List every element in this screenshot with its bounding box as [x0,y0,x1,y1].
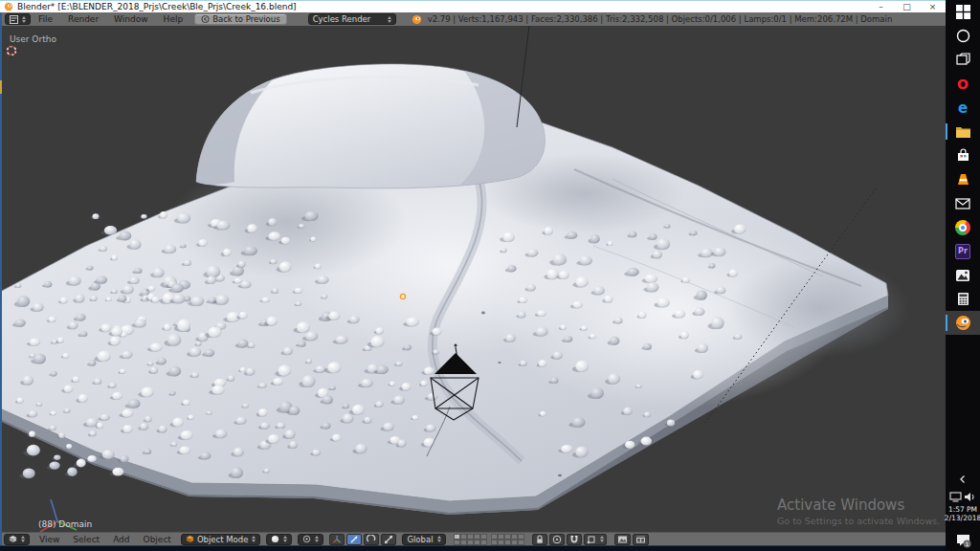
manipulator-toggle-button[interactable] [329,534,345,545]
proportional-circle-icon [552,535,562,544]
menu-select[interactable]: Select [66,535,106,544]
search-icon [956,29,970,43]
action-center-icon: 1 [955,532,971,548]
translate-manipulator-button[interactable] [346,534,362,545]
snap-magnet-icon [569,535,579,544]
object-name-label: (88) Domain [38,519,92,529]
mode-select[interactable]: Object Mode [181,534,261,545]
snap-element-select[interactable] [584,534,607,545]
layer-cell[interactable] [504,540,511,545]
taskbar-item-edge[interactable]: e [946,96,980,120]
scene-lock-button[interactable] [532,534,547,545]
back-to-previous-button[interactable]: Back to Previous [194,13,287,25]
layers-widget[interactable] [454,534,524,545]
cursor-3d[interactable] [4,43,19,58]
clock-date: 2/13/2018 [945,514,980,522]
render-animation-icon [635,535,646,544]
view-label: User Ortho [10,34,56,44]
shading-sphere-icon [271,535,279,543]
menu-object[interactable]: Object [137,535,178,544]
premiere-icon: Pr [955,244,970,259]
dropdown-arrows-icon [22,16,26,23]
menu-add[interactable]: Add [106,535,136,544]
layer-cell[interactable] [511,540,518,545]
viewport-shading-select[interactable] [266,534,292,545]
layer-cell[interactable] [518,540,524,545]
layer-cell[interactable] [467,540,474,545]
menu-window[interactable]: Window [106,13,156,26]
task-view-button[interactable] [946,48,980,72]
window-bottom-border [0,545,946,551]
opera-icon: O [957,77,969,92]
viewport-3d[interactable]: User Ortho (88) Domain Activate Windows … [0,26,946,532]
scale-manipulator-button[interactable] [381,534,396,545]
snap-element-icon [587,535,596,544]
layer-cell[interactable] [491,540,498,545]
close-button[interactable]: × [920,1,946,13]
network-tray-button[interactable] [949,488,962,506]
pivot-point-select[interactable] [298,534,323,545]
lock-icon [535,535,545,544]
running-indicator [946,315,947,331]
dropdown-arrows-icon [315,536,319,542]
editor-type-button[interactable] [5,13,31,25]
layer-cell[interactable] [474,540,480,545]
taskbar-item-calculator[interactable] [946,287,980,311]
rotate-arc-icon [367,535,376,544]
clock-time: 1:57 PM [945,505,980,514]
window-titlebar[interactable]: Blender* [E:\BLENDER_2018_Prjs\Creek\Ble… [0,0,946,12]
orientation-select[interactable]: Global [402,534,445,545]
proportional-edit-button[interactable] [549,534,565,545]
viewport-canvas[interactable]: User Ortho (88) Domain [0,26,946,532]
search-button[interactable] [946,24,980,48]
taskbar-item-blender[interactable] [946,311,980,335]
maximize-button[interactable]: □ [894,1,920,13]
menu-file[interactable]: File [31,13,60,26]
taskbar-item-opera[interactable]: O [946,72,980,96]
windows-start-icon [956,5,970,19]
store-icon [956,148,970,163]
render-opengl-anim-button[interactable] [633,534,649,545]
layer-cell[interactable] [460,540,467,545]
taskbar-item-chrome[interactable] [946,215,980,239]
taskbar-item-store[interactable] [946,143,980,167]
viewport-header: View Select Add Object Object Mode [0,532,946,545]
menu-view[interactable]: View [33,535,66,544]
taskbar-clock[interactable]: 1:57 PM 2/13/2018 [945,505,980,528]
layer-cell[interactable] [498,540,504,545]
photos-icon [955,269,970,282]
chrome-icon [955,220,970,235]
render-engine-select[interactable]: Cycles Render [308,13,396,25]
blender-taskbar-icon [955,315,971,331]
menu-help[interactable]: Help [156,13,191,26]
action-center-button[interactable]: 1 [946,528,980,551]
vlc-icon [956,172,970,187]
rotate-manipulator-button[interactable] [364,534,379,545]
menu-render[interactable]: Render [60,13,106,26]
desktop: Blender* [E:\BLENDER_2018_Prjs\Creek\Ble… [0,0,980,551]
taskbar-item-premiere[interactable]: Pr [946,239,980,263]
blender-logo-icon [4,2,13,11]
snap-toggle-button[interactable] [567,534,582,545]
viewport-editor-icon [9,535,17,543]
taskbar-item-photos[interactable] [946,263,980,287]
taskbar-item-mail[interactable] [946,191,980,215]
scene-stats: v2.79 | Verts:1,167,943 | Faces:2,330,38… [428,14,893,24]
dropdown-arrows-icon [252,536,256,542]
layer-cell[interactable] [480,540,487,545]
scale-icon [384,535,393,544]
volume-tray-button[interactable] [964,488,976,506]
running-indicator [946,123,947,140]
minimize-button[interactable]: – [868,1,894,13]
layer-cell[interactable] [454,540,460,545]
edge-icon: e [958,99,968,117]
dropdown-arrows-icon [388,16,391,23]
taskbar-item-vlc[interactable] [946,167,980,191]
render-opengl-still-button[interactable] [614,534,631,545]
tray-chevron-button[interactable] [946,471,980,488]
taskbar-item-file-explorer[interactable] [946,120,980,143]
editor-type-button-3dview[interactable] [4,534,30,545]
object-mode-cube-icon [186,535,194,543]
speaker-icon [964,492,976,502]
start-button[interactable] [946,0,980,24]
